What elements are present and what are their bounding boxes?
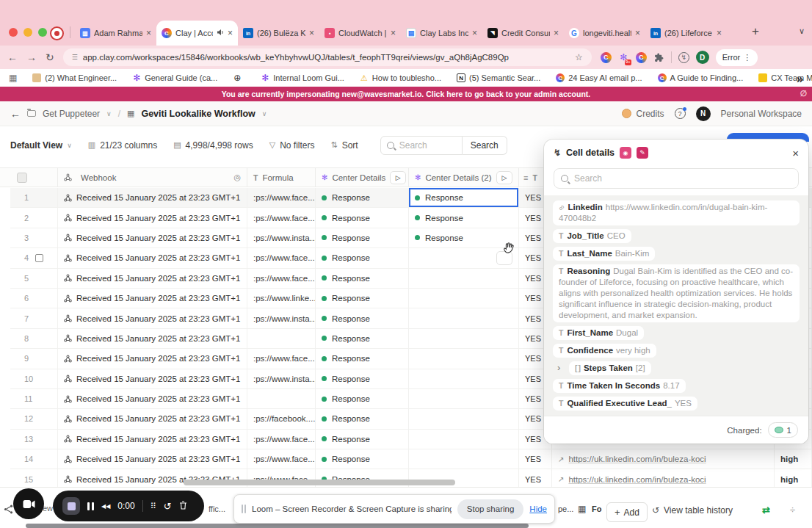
center-details-cell[interactable]: Response [316,449,409,469]
webhook-cell[interactable]: Received 15 January 2025 at 23:23 GMT+1 [58,269,247,288]
apps-grid-icon[interactable]: ▦ [9,73,17,83]
record-indicator-icon[interactable] [50,26,64,40]
formula-cell[interactable]: :ps://www.face... [247,349,316,368]
formula-cell[interactable]: :ps://www.insta... [247,228,316,247]
restart-recording-icon[interactable]: ↺ [164,501,172,512]
cell-field[interactable]: Qualified Executive Lead_YES [553,397,697,411]
row-gutter[interactable]: 5 [10,269,58,288]
row-gutter[interactable]: 8 [10,329,58,348]
bookmark-item[interactable]: General Guide (ca... [132,73,217,82]
effects-grid-icon[interactable]: ⠿ [151,502,156,511]
row-gutter[interactable]: 6 [10,289,58,308]
row-gutter[interactable]: 2 [10,208,58,227]
webhook-cell[interactable]: Received 15 January 2025 at 23:23 GMT+1 [58,329,247,348]
close-icon[interactable]: × [792,147,799,159]
center-details-2-cell[interactable] [409,289,519,308]
clay-extension-icon[interactable]: C [601,52,612,63]
column-header-center-details-2[interactable]: ✻Center Details (2)▷ [409,168,519,187]
impersonation-banner[interactable]: You are currently impersonating new@wave… [0,87,812,101]
center-details-2-cell[interactable] [409,349,519,368]
badged-extension-icon[interactable]: ✻9+ [618,52,629,63]
drag-handle-icon[interactable] [242,505,246,513]
cell-field[interactable]: Steps Taken[2] [569,361,651,375]
row-height-icon[interactable]: ÷ [790,505,795,516]
row-gutter[interactable]: 14 [10,449,58,469]
cell-field[interactable]: Confidencevery high [553,344,656,358]
loom-camera-bubble[interactable] [13,488,44,519]
branch-share-icon[interactable] [4,504,13,517]
back-arrow-icon[interactable]: ← [10,108,21,120]
rows-button[interactable]: ▤4,998/4,998 rows [173,140,253,151]
workbook-title[interactable]: Geviti Lookalike Workflow [141,109,255,119]
webhook-cell[interactable]: Received 15 January 2025 at 23:23 GMT+1 [58,228,247,247]
center-details-2-cell[interactable]: Response [409,208,519,227]
tab-close-icon[interactable]: × [635,29,640,37]
qualified-cell[interactable]: YES [519,469,552,488]
select-all-checkbox[interactable] [17,173,27,183]
center-details-cell[interactable]: Response [316,349,409,368]
column-header-center-details[interactable]: ✻Center Details▷ [316,168,409,187]
workspace-name[interactable]: Personal Workspace [721,109,802,119]
column-header-formula[interactable]: TFormula [247,168,316,187]
run-column-button[interactable]: ▷ [496,171,512,184]
formula-cell[interactable]: :ps://www.insta... [247,369,316,388]
center-details-cell[interactable]: Response [316,188,409,207]
column-header-webhook[interactable]: Webhook ◎ [58,168,247,187]
formula-cell[interactable]: :ps://www.face... [247,269,316,288]
webhook-cell[interactable]: Received 15 January 2025 at 23:23 GMT+1 [58,188,247,207]
sort-button[interactable]: ⇅Sort [330,140,358,151]
browser-tab[interactable]: Clay | Acco × [156,21,238,46]
stop-recording-button[interactable] [62,497,80,515]
new-tab-button[interactable]: + [752,24,759,39]
bookmark-item[interactable] [233,73,245,82]
tab-close-icon[interactable]: × [146,29,151,37]
center-details-cell[interactable]: Response [316,289,409,308]
center-details-cell[interactable]: Response [316,308,409,328]
window-controls[interactable] [9,28,47,37]
add-button[interactable]: +Add [606,502,648,522]
formula-cell[interactable]: :ps://facebook.... [247,409,316,428]
pause-button[interactable] [87,502,94,510]
center-details-2-cell[interactable] [409,269,519,288]
browser-tab[interactable]: CloudWatch | × [319,21,401,46]
center-details-2-cell[interactable] [409,308,519,328]
banner-dismiss-icon[interactable]: ∅ [800,89,807,98]
close-window-button[interactable] [9,28,18,37]
delete-recording-icon[interactable] [179,499,187,513]
center-details-2-cell[interactable] [409,409,519,428]
webhook-cell[interactable]: Received 15 January 2025 at 23:23 GMT+1 [58,369,247,388]
center-details-cell[interactable]: Response [316,389,409,408]
site-settings-icon[interactable]: ☰ [72,54,77,61]
expand-row-icon[interactable] [35,254,43,262]
webhook-cell[interactable]: Received 15 January 2025 at 23:23 GMT+1 [58,389,247,408]
formula-cell[interactable]: :ps://www.face... [247,449,316,469]
row-gutter[interactable]: 3 [10,228,58,247]
row-gutter[interactable]: 9 [10,349,58,368]
linkedin-url-cell[interactable]: ↗https://uk.linkedin.com/in/buleza-koci [552,449,775,469]
extensions-puzzle-icon[interactable] [653,52,664,63]
bookmark-star-icon[interactable]: ☆ [575,52,583,62]
center-details-cell[interactable]: Response [316,228,409,247]
error-button[interactable]: Error⋮ [716,49,758,66]
tab-close-icon[interactable]: × [554,29,559,37]
run-column-button[interactable]: ▷ [390,171,406,184]
webhook-cell[interactable]: Received 15 January 2025 at 23:23 GMT+1 [58,208,247,227]
cell-field[interactable]: Job_TitleCEO [553,229,631,243]
back-icon[interactable]: ← [7,52,18,62]
tab-close-icon[interactable]: × [472,29,477,37]
row-gutter[interactable]: 4 [10,248,58,267]
url-text[interactable]: app.clay.com/workspaces/15846/workbooks/… [83,53,569,62]
columns-button[interactable]: ▥21/23 columns [88,140,157,151]
center-details-cell[interactable]: Response [316,329,409,348]
confidence-cell[interactable]: high [775,449,812,469]
profile-avatar[interactable]: D [696,51,709,64]
cell-field[interactable]: Linkedinhttps://www.linkedin.com/in/duga… [553,200,800,225]
impersonation-banner-text[interactable]: You are currently impersonating new@wave… [222,90,591,98]
select-all-cell[interactable] [10,168,58,187]
webhook-cell[interactable]: Received 15 January 2025 at 23:23 GMT+1 [58,409,247,428]
row-gutter[interactable]: 15 [10,469,58,488]
cell-field[interactable]: ReasoningDugal Bain-Kim is identified as… [553,264,800,322]
bookmark-item[interactable]: How to toublesho... [360,73,441,82]
minimize-window-button[interactable] [23,28,32,37]
formula-cell[interactable]: :ps://www.face... [247,208,316,227]
